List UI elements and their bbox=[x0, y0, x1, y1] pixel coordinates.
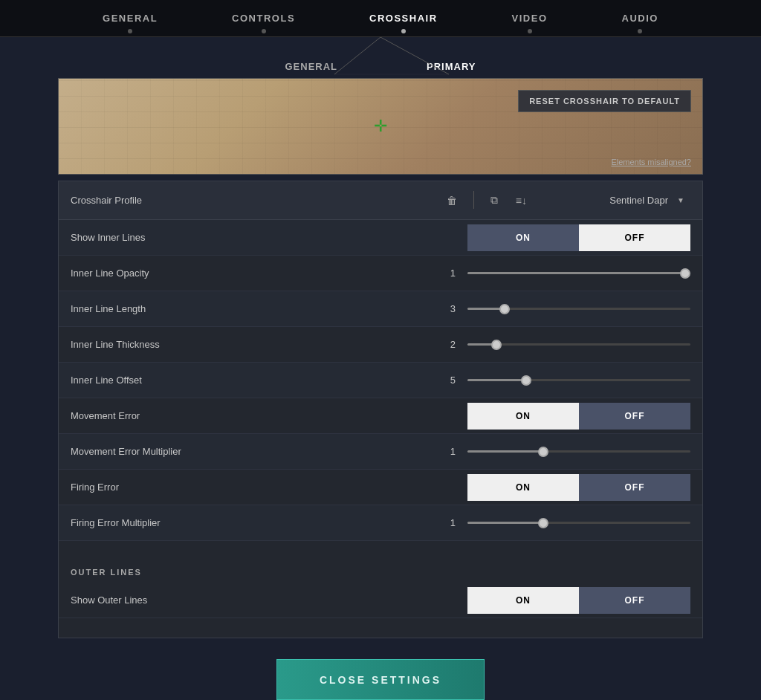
nav-item-crosshair[interactable]: CROSSHAIR bbox=[362, 9, 445, 27]
setting-row-show-outer-lines: Show Outer Lines On Off bbox=[59, 583, 702, 618]
setting-row-movement-multiplier: Movement Error Multiplier 1 bbox=[59, 434, 702, 470]
import-profile-button[interactable]: ≡↓ bbox=[510, 191, 533, 210]
nav-item-controls[interactable]: CONTROLS bbox=[224, 9, 302, 27]
setting-row-inner-offset: Inner Line Offset 5 bbox=[59, 363, 702, 398]
firing-error-off[interactable]: Off bbox=[579, 474, 690, 501]
outer-lines-section-header: OUTER LINES bbox=[59, 556, 702, 583]
firing-error-on[interactable]: On bbox=[467, 474, 579, 501]
profile-row: Crosshair Profile 🗑 ⧉ ≡↓ Sentinel Dapr D… bbox=[59, 181, 702, 220]
svg-line-0 bbox=[334, 37, 380, 74]
inner-length-label: Inner Line Length bbox=[71, 303, 433, 314]
inner-opacity-slider[interactable] bbox=[467, 272, 690, 274]
inner-opacity-value: 1 bbox=[433, 268, 456, 279]
movement-error-off[interactable]: Off bbox=[579, 403, 690, 430]
divider bbox=[473, 191, 474, 209]
inner-thickness-slider[interactable] bbox=[467, 343, 690, 346]
inner-offset-label: Inner Line Offset bbox=[71, 375, 433, 386]
inner-opacity-slider-container bbox=[467, 272, 690, 274]
firing-multiplier-value: 1 bbox=[433, 517, 456, 528]
profile-select[interactable]: Sentinel Dapr Default Custom 1 Custom 2 bbox=[542, 190, 690, 210]
spacer bbox=[59, 541, 702, 556]
setting-row-firing-error: Firing Error On Off bbox=[59, 470, 702, 505]
firing-error-label: Firing Error bbox=[71, 482, 467, 493]
firing-multiplier-label: Firing Error Multiplier bbox=[71, 517, 433, 528]
movement-multiplier-slider[interactable] bbox=[467, 450, 690, 453]
show-inner-lines-label: Show Inner Lines bbox=[71, 232, 467, 243]
crosshair-preview: ✛ bbox=[374, 118, 387, 135]
setting-row-movement-error: Movement Error On Off bbox=[59, 398, 702, 434]
show-inner-lines-toggle: On Off bbox=[467, 224, 690, 251]
firing-multiplier-slider[interactable] bbox=[467, 522, 690, 524]
copy-profile-button[interactable]: ⧉ bbox=[485, 191, 504, 210]
show-outer-lines-label: Show Outer Lines bbox=[71, 594, 467, 606]
close-settings-button[interactable]: CLOSE SETTINGS bbox=[276, 659, 485, 700]
inner-offset-value: 5 bbox=[433, 375, 456, 386]
setting-row-inner-length: Inner Line Length 3 bbox=[59, 291, 702, 327]
inner-length-value: 3 bbox=[433, 303, 456, 314]
inner-length-slider-container bbox=[467, 308, 690, 310]
subnav-item-general[interactable]: GENERAL bbox=[285, 61, 337, 78]
delete-profile-button[interactable]: 🗑 bbox=[441, 191, 463, 210]
sub-nav: GENERAL PRIMARY bbox=[0, 37, 761, 78]
nav-item-audio[interactable]: AUDIO bbox=[615, 9, 666, 27]
reset-crosshair-button[interactable]: RESET CROSSHAIR TO DEFAULT bbox=[518, 90, 691, 112]
movement-error-on[interactable]: On bbox=[467, 403, 579, 430]
subnav-item-primary[interactable]: PRIMARY bbox=[427, 61, 476, 78]
firing-error-toggle: On Off bbox=[467, 474, 690, 501]
profile-icons: 🗑 ⧉ ≡↓ bbox=[441, 191, 533, 210]
movement-error-toggle: On Off bbox=[467, 403, 690, 430]
show-inner-lines-on[interactable]: On bbox=[467, 224, 579, 251]
show-inner-lines-off[interactable]: Off bbox=[579, 224, 690, 251]
movement-multiplier-label: Movement Error Multiplier bbox=[71, 446, 433, 457]
profile-label: Crosshair Profile bbox=[71, 195, 441, 206]
setting-row-inner-opacity: Inner Line Opacity 1 bbox=[59, 256, 702, 291]
settings-panel: Crosshair Profile 🗑 ⧉ ≡↓ Sentinel Dapr D… bbox=[58, 181, 703, 638]
preview-area: ✛ RESET CROSSHAIR TO DEFAULT Elements mi… bbox=[58, 78, 703, 175]
inner-length-slider[interactable] bbox=[467, 308, 690, 310]
profile-select-wrapper: Sentinel Dapr Default Custom 1 Custom 2 bbox=[542, 190, 690, 210]
inner-thickness-value: 2 bbox=[433, 339, 456, 350]
show-outer-lines-toggle: On Off bbox=[467, 587, 690, 614]
setting-row-firing-multiplier: Firing Error Multiplier 1 bbox=[59, 505, 702, 541]
setting-row-show-inner-lines: Show Inner Lines On Off bbox=[59, 220, 702, 256]
top-nav: GENERAL CONTROLS CROSSHAIR VIDEO AUDIO bbox=[0, 0, 761, 37]
inner-offset-slider-container bbox=[467, 379, 690, 381]
show-outer-lines-on[interactable]: On bbox=[467, 587, 579, 614]
movement-multiplier-value: 1 bbox=[433, 446, 456, 457]
inner-thickness-label: Inner Line Thickness bbox=[71, 339, 433, 350]
movement-error-label: Movement Error bbox=[71, 410, 467, 421]
setting-row-inner-thickness: Inner Line Thickness 2 bbox=[59, 327, 702, 363]
nav-item-general[interactable]: GENERAL bbox=[95, 9, 165, 27]
firing-multiplier-slider-container bbox=[467, 522, 690, 524]
nav-item-video[interactable]: VIDEO bbox=[505, 9, 555, 27]
inner-thickness-slider-container bbox=[467, 343, 690, 346]
show-outer-lines-off[interactable]: Off bbox=[579, 587, 690, 614]
elements-misaligned-link[interactable]: Elements misaligned? bbox=[611, 158, 691, 166]
inner-offset-slider[interactable] bbox=[467, 379, 690, 381]
movement-multiplier-slider-container bbox=[467, 450, 690, 453]
inner-opacity-label: Inner Line Opacity bbox=[71, 268, 433, 279]
